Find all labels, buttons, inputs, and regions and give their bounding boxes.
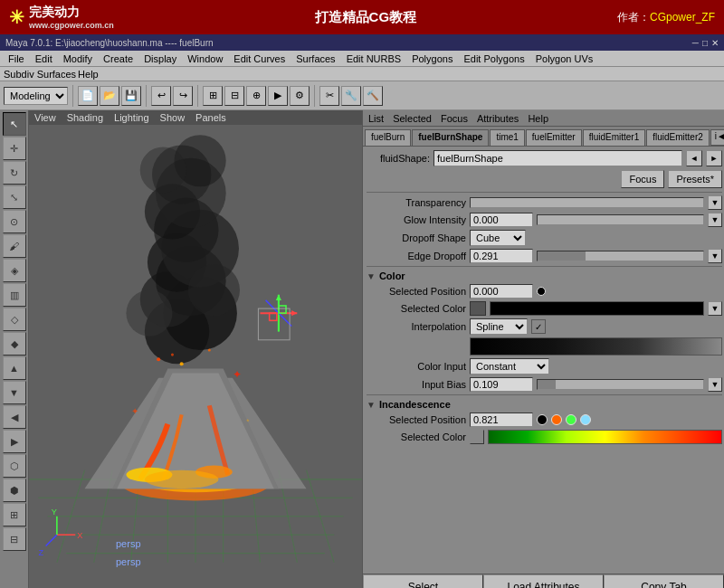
glow-intensity-btn[interactable]: ▼ [708,213,722,227]
attr-menu-attributes[interactable]: Attributes [477,113,519,124]
select-button[interactable]: Select [363,574,483,588]
cloth-tool[interactable]: ▥ [3,283,26,307]
selected-color-swatch-btn[interactable] [470,301,486,316]
tab-nav-prev[interactable]: i◄ [710,129,724,146]
select-tool[interactable]: ↖ [3,112,26,136]
fluid-shape-input[interactable] [433,150,682,166]
scale-tool[interactable]: ⤡ [3,185,26,209]
open-btn[interactable]: 📂 [100,86,119,106]
attr-menu-focus[interactable]: Focus [441,113,468,124]
tool-btn1[interactable]: ✂ [319,86,339,106]
transparency-menu-btn[interactable]: ▼ [708,195,722,210]
incand-selected-pos-input[interactable] [470,413,533,427]
new-file-btn[interactable]: 📄 [78,86,98,106]
menu-help[interactable]: Help [78,69,99,80]
menu-surfaces[interactable]: Surfaces [291,52,339,65]
paint-tool[interactable]: 🖌 [3,234,26,258]
viewport-menu-panels[interactable]: Panels [195,112,226,123]
menu-modify[interactable]: Modify [59,52,97,65]
lasso-tool[interactable]: ⊙ [3,210,26,233]
menu-subdiv[interactable]: Subdiv Surfaces [4,69,76,80]
tab-time1[interactable]: time1 [490,129,524,146]
glow-intensity-slider[interactable] [537,214,704,225]
menu-edit-polygons[interactable]: Edit Polygons [459,52,529,65]
selected-color-menu[interactable]: ▼ [708,301,722,316]
move-tool[interactable]: ✛ [3,137,26,160]
attr-menu-list[interactable]: List [368,113,384,124]
close-btn[interactable]: ✕ [711,38,719,48]
fluid-shape-btn2[interactable]: ► [706,150,722,166]
tool-14[interactable]: ▶ [3,430,26,453]
tool-16[interactable]: ⬢ [3,479,26,502]
snap-btn1[interactable]: ⊞ [203,86,223,106]
focus-button[interactable]: Focus [621,170,664,188]
tool-btn3[interactable]: 🔨 [363,86,383,106]
redo-btn[interactable]: ↪ [173,86,193,106]
tab-fuel-emitter[interactable]: fuelEmitter [526,129,582,146]
tool-10[interactable]: ◆ [3,332,26,356]
tool-13[interactable]: ◀ [3,405,26,429]
incandescence-section-header[interactable]: ▼ Incandescence [367,399,722,410]
selected-position-input[interactable] [470,284,533,299]
rotate-tool[interactable]: ↻ [3,161,26,185]
incand-color-btn[interactable] [470,430,484,444]
tab-fuel-burn-shape[interactable]: fuelBurnShape [412,129,489,146]
color-ramp[interactable] [470,337,722,356]
save-btn[interactable]: 💾 [121,86,141,106]
selected-color-swatch[interactable] [490,301,704,316]
undo-btn[interactable]: ↩ [151,86,171,106]
viewport-menu-lighting[interactable]: Lighting [114,112,149,123]
fluid-shape-btn1[interactable]: ◄ [686,150,702,166]
menu-edit-curves[interactable]: Edit Curves [229,52,290,65]
attr-menu-help[interactable]: Help [528,113,548,124]
snap-btn2[interactable]: ⊟ [224,86,244,106]
maximize-btn[interactable]: □ [702,38,708,48]
color-section-header[interactable]: ▼ Color [367,270,722,281]
viewport-menu-shading[interactable]: Shading [67,112,103,123]
tool-15[interactable]: ⬡ [3,454,26,478]
menu-edit[interactable]: Edit [31,52,57,65]
input-bias-slider[interactable] [537,379,704,390]
tool-18[interactable]: ⊟ [3,527,26,551]
menu-file[interactable]: File [4,52,29,65]
menu-create[interactable]: Create [99,52,138,65]
window-controls[interactable]: ─ □ ✕ [692,38,719,48]
incand-gradient[interactable] [488,430,722,444]
minimize-btn[interactable]: ─ [692,38,699,48]
attr-menu-selected[interactable]: Selected [393,113,432,124]
menu-display[interactable]: Display [139,52,181,65]
render-btn[interactable]: ▶ [268,86,288,106]
tool-12[interactable]: ▼ [3,381,26,404]
menu-polygons[interactable]: Polygons [407,52,457,65]
tool-btn2[interactable]: 🔧 [341,86,361,106]
load-attributes-button[interactable]: Load Attributes [483,574,604,588]
glow-intensity-input[interactable] [470,213,533,227]
snap-btn3[interactable]: ⊕ [246,86,266,106]
copy-tab-button[interactable]: Copy Tab [604,574,724,588]
edge-dropoff-slider[interactable] [537,251,704,261]
tool-11[interactable]: ▲ [3,356,26,380]
input-bias-btn[interactable]: ▼ [708,377,722,392]
menu-polygon-uvs[interactable]: Polygon UVs [531,52,598,65]
tool-9[interactable]: ◇ [3,308,26,331]
dropoff-shape-select[interactable]: Cube Sphere Grid [470,230,526,246]
edge-dropoff-btn[interactable]: ▼ [708,249,722,263]
viewport[interactable]: View Shading Lighting Show Panels Verts:… [29,110,362,588]
input-bias-input[interactable] [470,377,533,392]
edge-dropoff-input[interactable] [470,249,533,263]
transparency-slider[interactable] [470,197,704,208]
presets-button[interactable]: Presets* [668,170,722,188]
menu-window[interactable]: Window [183,52,227,65]
viewport-menu-show[interactable]: Show [160,112,186,123]
tab-fuel-burn[interactable]: fuelBurn [365,129,411,146]
color-input-select[interactable]: Constant Off Temperature Density [470,358,549,375]
settings-btn[interactable]: ⚙ [290,86,310,106]
tab-fluid-emitter1[interactable]: fluidEmitter1 [583,129,646,146]
tool-17[interactable]: ⊞ [3,503,26,526]
menu-edit-nurbs[interactable]: Edit NURBS [342,52,406,65]
sculpt-tool[interactable]: ◈ [3,259,26,282]
mode-selector[interactable]: Modeling [4,87,68,105]
viewport-menu-view[interactable]: View [34,112,56,123]
interpolation-select[interactable]: Spline Linear None Smooth Step [470,318,528,335]
tab-fluid-emitter2[interactable]: fluidEmitter2 [646,129,710,146]
